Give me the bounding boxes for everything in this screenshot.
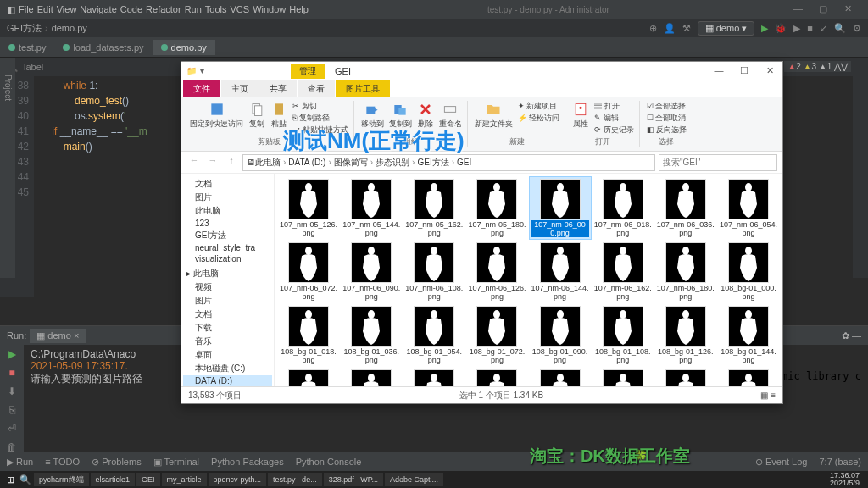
file-item[interactable]: 108_bg-02_090.png bbox=[718, 368, 779, 386]
file-item[interactable]: 107_nm-05_162.png bbox=[403, 177, 465, 239]
file-item[interactable]: 108_bg-01_072.png bbox=[466, 304, 527, 366]
new-item-button[interactable]: ✦ 新建项目 bbox=[518, 101, 558, 112]
file-item[interactable]: 108_bg-02_072.png bbox=[655, 368, 716, 386]
close-icon[interactable]: ✕ bbox=[844, 3, 856, 15]
file-item[interactable]: 108_bg-01_144.png bbox=[718, 304, 779, 366]
ribbon-tab[interactable]: 共享 bbox=[259, 80, 297, 97]
file-item[interactable]: 108_bg-02_054.png bbox=[593, 368, 654, 386]
file-item[interactable]: 107_nm-05_144.png bbox=[341, 177, 402, 239]
menu-view[interactable]: View bbox=[57, 4, 77, 14]
menu-file[interactable]: File bbox=[19, 4, 34, 14]
file-item[interactable]: 107_nm-06_072.png bbox=[278, 241, 339, 302]
invert-selection-button[interactable]: ◧ 反向选择 bbox=[647, 125, 687, 136]
run-icon[interactable]: ▶ bbox=[761, 23, 768, 34]
file-item[interactable]: 107_nm-06_000.png bbox=[530, 177, 591, 239]
file-item[interactable]: 107_nm-06_108.png bbox=[403, 241, 465, 302]
minimize-icon[interactable]: — bbox=[793, 3, 805, 15]
gear-icon[interactable]: ✿ — bbox=[842, 330, 861, 341]
file-item[interactable]: 107_nm-06_018.png bbox=[593, 177, 654, 239]
file-item[interactable]: 108_bg-01_036.png bbox=[341, 304, 402, 366]
inspections-widget[interactable]: ▲2 ▲3 ▲1 ⋀⋁ bbox=[784, 61, 851, 72]
search-icon[interactable]: 🔍 bbox=[834, 23, 846, 34]
file-item[interactable]: 107_nm-06_162.png bbox=[593, 241, 654, 302]
tool-window-button[interactable]: ≡ TODO bbox=[45, 457, 80, 467]
start-button[interactable]: ⊞ bbox=[3, 474, 17, 485]
forward-button[interactable]: → bbox=[205, 155, 220, 170]
stop-icon[interactable]: ■ bbox=[8, 367, 14, 379]
maximize-icon[interactable]: ☐ bbox=[732, 65, 757, 76]
ribbon-tab[interactable]: 查看 bbox=[298, 80, 335, 97]
nav-item[interactable]: ▸ 此电脑 bbox=[183, 267, 272, 280]
menu-help[interactable]: Help bbox=[289, 4, 309, 14]
down-icon[interactable]: ⬇ bbox=[8, 385, 16, 397]
file-item[interactable]: 107_nm-06_126.png bbox=[466, 241, 527, 302]
coverage-icon[interactable]: ▶ bbox=[793, 23, 800, 34]
rerun-icon[interactable]: ▶ bbox=[8, 348, 16, 360]
file-item[interactable]: 107_nm-05_180.png bbox=[466, 177, 527, 239]
menu-tools[interactable]: Tools bbox=[205, 4, 227, 14]
nav-pane[interactable]: 文档图片此电脑123GEI方法neural_style_travisualiza… bbox=[181, 174, 275, 386]
editor-tab[interactable]: test.py bbox=[0, 40, 54, 55]
system-clock[interactable]: 17:36:072021/5/9 bbox=[825, 472, 865, 487]
pin-button[interactable]: 固定到快速访问 bbox=[190, 101, 243, 130]
maximize-icon[interactable]: ▢ bbox=[819, 3, 831, 15]
file-item[interactable]: 108_bg-02_018.png bbox=[466, 368, 527, 386]
back-button[interactable]: ← bbox=[186, 155, 202, 170]
nav-item[interactable]: visualization bbox=[183, 253, 272, 264]
menu-navigate[interactable]: Navigate bbox=[80, 4, 116, 14]
nav-item[interactable]: 123 bbox=[183, 218, 272, 229]
menu-vcs[interactable]: VCS bbox=[231, 4, 250, 14]
editor-tab[interactable]: load_datasets.py bbox=[54, 40, 152, 55]
taskbar-item[interactable]: GEI bbox=[136, 473, 160, 486]
paste-shortcut-button[interactable]: ⮐ 粘贴快捷方式 bbox=[292, 125, 348, 136]
edit-button[interactable]: ✎ 编辑 bbox=[594, 113, 619, 124]
copy-button[interactable]: 复制 bbox=[248, 101, 265, 130]
taskbar-item[interactable]: opencv-pyth... bbox=[209, 473, 267, 486]
user-icon[interactable]: 👤 bbox=[664, 23, 676, 34]
file-item[interactable]: 108_bg-01_180.png bbox=[341, 368, 402, 386]
export-icon[interactable]: ⎘ bbox=[9, 404, 15, 416]
search-input[interactable] bbox=[659, 154, 777, 171]
path-segment[interactable]: 步态识别 bbox=[376, 157, 409, 169]
run-config-dropdown[interactable]: ▦ demo ▾ bbox=[698, 21, 755, 36]
menu-run[interactable]: Run bbox=[185, 4, 202, 14]
event-log-button[interactable]: ⊙ Event Log bbox=[755, 457, 808, 468]
open-button[interactable]: ▤ 打开 bbox=[594, 101, 620, 112]
close-icon[interactable]: ✕ bbox=[757, 65, 782, 76]
taskbar-item[interactable]: Adobe Capti... bbox=[385, 473, 443, 486]
nav-item[interactable]: 下载 bbox=[183, 321, 272, 335]
nav-item[interactable]: 此电脑 bbox=[183, 204, 272, 218]
up-button[interactable]: ↑ bbox=[224, 155, 239, 170]
easy-access-button[interactable]: ⚡ 轻松访问 bbox=[518, 113, 560, 124]
nav-item[interactable]: 图片 bbox=[183, 294, 272, 308]
taskbar-item[interactable]: elsarticle1 bbox=[91, 473, 136, 486]
taskbar-item[interactable]: 328.pdf · WP... bbox=[324, 473, 383, 486]
file-item[interactable]: 108_bg-01_000.png bbox=[718, 241, 779, 302]
path-segment[interactable]: 图像简写 bbox=[334, 157, 368, 169]
select-all-button[interactable]: ☑ 全部选择 bbox=[647, 101, 687, 112]
file-item[interactable]: 108_bg-01_054.png bbox=[403, 304, 465, 366]
path-segment[interactable]: GEI方法 bbox=[417, 157, 448, 169]
nav-item[interactable]: GEI方法 bbox=[183, 229, 272, 242]
taskbar-item[interactable]: my_article bbox=[162, 473, 207, 486]
file-list[interactable]: 107_nm-05_126.png107_nm-05_144.png107_nm… bbox=[275, 174, 782, 386]
file-item[interactable]: 107_nm-06_054.png bbox=[718, 177, 779, 239]
nav-item[interactable]: DATA (D:) bbox=[183, 375, 272, 386]
address-bar[interactable]: 🖥 此电脑›DATA (D:)›图像简写›步态识别›GEI方法›GEI bbox=[242, 154, 655, 171]
new-folder-button[interactable]: 新建文件夹 bbox=[475, 101, 513, 130]
file-item[interactable]: 108_bg-02_036.png bbox=[530, 368, 591, 386]
delete-button[interactable]: 删除 bbox=[417, 101, 434, 130]
file-item[interactable]: 108_bg-01_090.png bbox=[530, 304, 591, 366]
left-tool-strip[interactable]: Project bbox=[0, 58, 15, 278]
copy-path-button[interactable]: ⎘ 复制路径 bbox=[292, 113, 330, 124]
wrap-icon[interactable]: ⏎ bbox=[8, 423, 16, 435]
tool-window-button[interactable]: Python Console bbox=[296, 457, 362, 467]
file-item[interactable]: 108_bg-01_126.png bbox=[655, 304, 716, 366]
nav-item[interactable]: 音乐 bbox=[183, 335, 272, 348]
breadcrumb-root[interactable]: GEI方法 bbox=[7, 22, 42, 35]
menu-refactor[interactable]: Refactor bbox=[146, 4, 181, 14]
select-none-button[interactable]: ☐ 全部取消 bbox=[647, 113, 687, 124]
ribbon-tab[interactable]: 文件 bbox=[183, 80, 220, 97]
debug-icon[interactable]: 🐞 bbox=[775, 23, 787, 34]
settings-icon[interactable]: ⚙ bbox=[853, 23, 861, 34]
